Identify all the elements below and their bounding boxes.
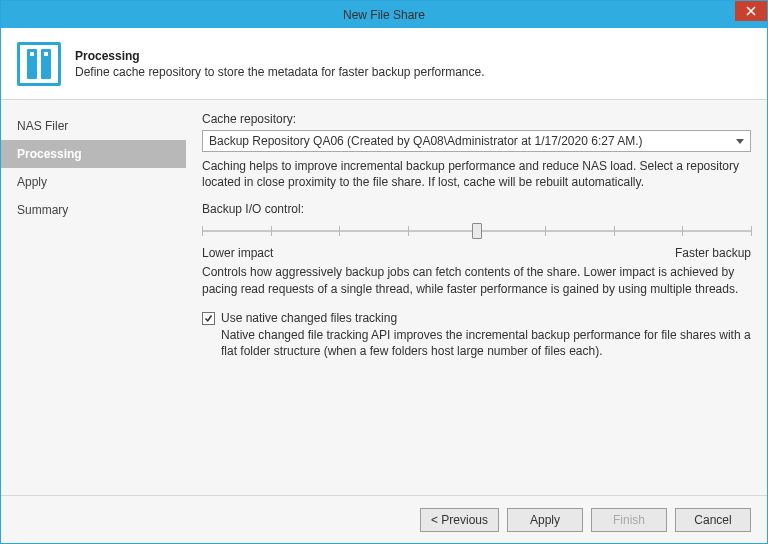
io-control-slider[interactable]: [202, 220, 751, 242]
wizard-content: Cache repository: Backup Repository QA06…: [186, 100, 767, 495]
cache-repository-selected: Backup Repository QA06 (Created by QA08\…: [209, 134, 736, 148]
io-control-help: Controls how aggressively backup jobs ca…: [202, 264, 751, 296]
cancel-button[interactable]: Cancel: [675, 508, 751, 532]
apply-button[interactable]: Apply: [507, 508, 583, 532]
io-control-slider-labels: Lower impact Faster backup: [202, 246, 751, 260]
wizard-window: New File Share Processing Define cache r…: [0, 0, 768, 544]
sidebar-item-apply[interactable]: Apply: [1, 168, 186, 196]
io-control-label: Backup I/O control:: [202, 202, 751, 216]
io-faster-backup-label: Faster backup: [675, 246, 751, 260]
chevron-down-icon: [736, 139, 744, 144]
file-share-icon: [17, 42, 61, 86]
close-icon: [746, 6, 756, 16]
previous-button[interactable]: < Previous: [420, 508, 499, 532]
titlebar: New File Share: [1, 1, 767, 28]
sidebar-item-nas-filer[interactable]: NAS Filer: [1, 112, 186, 140]
wizard-body: NAS Filer Processing Apply Summary Cache…: [1, 100, 767, 495]
native-tracking-help: Native changed file tracking API improve…: [221, 327, 751, 359]
sidebar-item-summary[interactable]: Summary: [1, 196, 186, 224]
wizard-header: Processing Define cache repository to st…: [1, 28, 767, 100]
header-text: Processing Define cache repository to st…: [75, 49, 751, 79]
finish-button: Finish: [591, 508, 667, 532]
cache-repository-label: Cache repository:: [202, 112, 751, 126]
check-icon: [204, 314, 213, 323]
window-title: New File Share: [343, 8, 425, 22]
native-tracking-checkbox[interactable]: [202, 312, 215, 325]
io-control-slider-area: [202, 220, 751, 242]
sidebar-item-processing[interactable]: Processing: [1, 140, 186, 168]
native-tracking-label[interactable]: Use native changed files tracking: [221, 311, 397, 325]
io-lower-impact-label: Lower impact: [202, 246, 273, 260]
header-description: Define cache repository to store the met…: [75, 65, 751, 79]
cache-repository-help: Caching helps to improve incremental bac…: [202, 158, 751, 190]
native-tracking-row: Use native changed files tracking: [202, 311, 751, 325]
io-control-slider-thumb[interactable]: [472, 223, 482, 239]
wizard-steps-sidebar: NAS Filer Processing Apply Summary: [1, 100, 186, 495]
cache-repository-dropdown[interactable]: Backup Repository QA06 (Created by QA08\…: [202, 130, 751, 152]
header-title: Processing: [75, 49, 751, 63]
wizard-footer: < Previous Apply Finish Cancel: [1, 495, 767, 543]
close-button[interactable]: [735, 1, 767, 21]
